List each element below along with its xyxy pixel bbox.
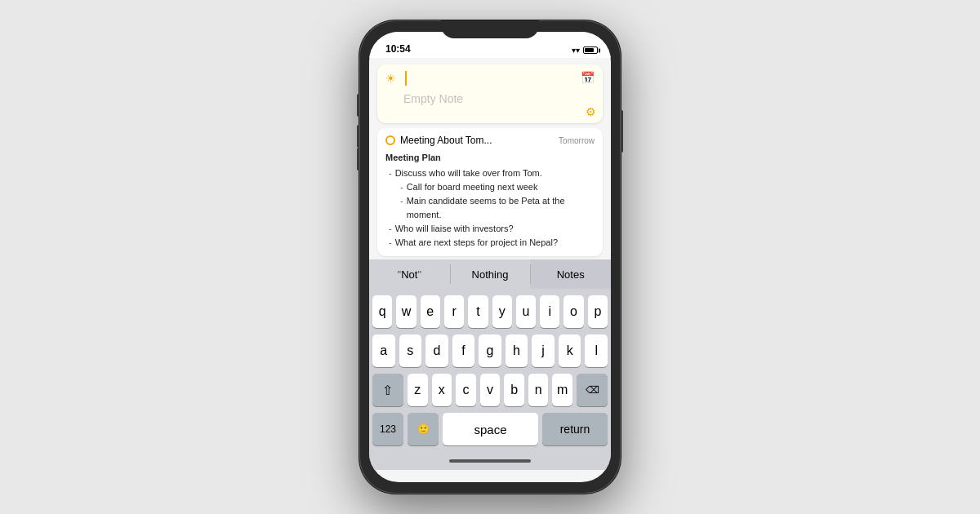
autocomplete-notes[interactable]: Notes (530, 259, 611, 289)
key-d[interactable]: d (425, 335, 448, 367)
keyboard-row-1: q w e r t y u i o p (372, 295, 608, 328)
note-body: Meeting Plan - Discuss who will take ove… (385, 151, 595, 250)
key-e[interactable]: e (421, 295, 440, 328)
cursor-line (405, 71, 581, 86)
key-f[interactable]: f (452, 335, 475, 367)
emoji-icon: 🙂 (417, 423, 430, 435)
key-j[interactable]: j (532, 335, 555, 367)
keyboard-bottom-row: 123 🙂 space return (372, 413, 608, 445)
key-x[interactable]: x (432, 374, 452, 406)
key-g[interactable]: g (479, 335, 501, 367)
wifi-icon: ▾▾ (572, 46, 580, 55)
note-body-title: Meeting Plan (385, 151, 595, 165)
key-z[interactable]: z (408, 374, 428, 406)
autocomplete-bar: "Not" Nothing Notes (369, 259, 611, 289)
return-key[interactable]: return (542, 413, 608, 445)
key-c[interactable]: c (456, 374, 476, 406)
key-o[interactable]: o (564, 295, 583, 328)
meeting-title: Meeting About Tom... (400, 135, 554, 146)
key-q[interactable]: q (372, 295, 392, 328)
sun-icon: ☀ (385, 72, 399, 85)
key-l[interactable]: l (585, 335, 608, 367)
home-indicator (449, 459, 531, 463)
home-bar (369, 452, 611, 470)
key-a[interactable]: a (372, 335, 395, 367)
key-v[interactable]: v (480, 374, 501, 406)
meeting-header: Meeting About Tom... Tomorrow (385, 135, 595, 146)
backspace-key[interactable]: ⌫ (577, 374, 608, 406)
bullet-item: - What are next steps for project in Nep… (385, 236, 595, 250)
key-t[interactable]: t (468, 295, 488, 328)
phone-device: 10:54 ▾▾ ☀ 📅 Empty Note ⚙ (359, 20, 621, 494)
bullet-item: - Who will liaise with investors? (385, 222, 595, 236)
notch (441, 20, 539, 38)
key-r[interactable]: r (444, 295, 464, 328)
autocomplete-nothing[interactable]: Nothing (450, 259, 531, 289)
gear-icon[interactable]: ⚙ (586, 105, 596, 118)
shift-key[interactable]: ⇧ (372, 374, 403, 406)
space-key[interactable]: space (443, 413, 538, 445)
emoji-key[interactable]: 🙂 (408, 413, 439, 445)
shift-icon: ⇧ (382, 383, 393, 398)
key-n[interactable]: n (528, 374, 549, 406)
content-area: ☀ 📅 Empty Note ⚙ Meeting About Tom... To… (369, 58, 611, 482)
bullet-item: - Discuss who will take over from Tom. (385, 166, 595, 180)
key-m[interactable]: m (552, 374, 572, 406)
key-w[interactable]: w (396, 295, 416, 328)
phone-screen: 10:54 ▾▾ ☀ 📅 Empty Note ⚙ (369, 32, 611, 482)
bullet-item: - Main candidate seems to be Peta at the… (385, 194, 595, 222)
key-i[interactable]: i (540, 295, 559, 328)
meeting-card[interactable]: Meeting About Tom... Tomorrow Meeting Pl… (377, 128, 603, 256)
meeting-date: Tomorrow (559, 136, 595, 145)
bullet-item: - Call for board meeting next week (385, 180, 595, 194)
key-b[interactable]: b (504, 374, 524, 406)
keyboard-row-3: ⇧ z x c v b n m ⌫ (372, 374, 608, 406)
keyboard[interactable]: q w e r t y u i o p a s d f g (369, 289, 611, 452)
calendar-icon[interactable]: 📅 (581, 71, 595, 84)
battery-icon (583, 47, 598, 54)
note-placeholder: Empty Note (385, 92, 595, 105)
status-icons: ▾▾ (572, 46, 598, 55)
key-k[interactable]: k (559, 335, 581, 367)
backspace-icon: ⌫ (586, 384, 599, 396)
key-p[interactable]: p (588, 295, 608, 328)
note-editor-card[interactable]: ☀ 📅 Empty Note ⚙ (377, 64, 603, 123)
key-s[interactable]: s (399, 335, 422, 367)
numbers-key[interactable]: 123 (372, 413, 403, 445)
autocomplete-not[interactable]: "Not" (369, 259, 450, 289)
circle-icon (385, 135, 395, 145)
status-time: 10:54 (385, 43, 411, 55)
keyboard-row-2: a s d f g h j k l (372, 335, 608, 367)
key-y[interactable]: y (492, 295, 512, 328)
key-h[interactable]: h (506, 335, 528, 367)
key-u[interactable]: u (516, 295, 536, 328)
